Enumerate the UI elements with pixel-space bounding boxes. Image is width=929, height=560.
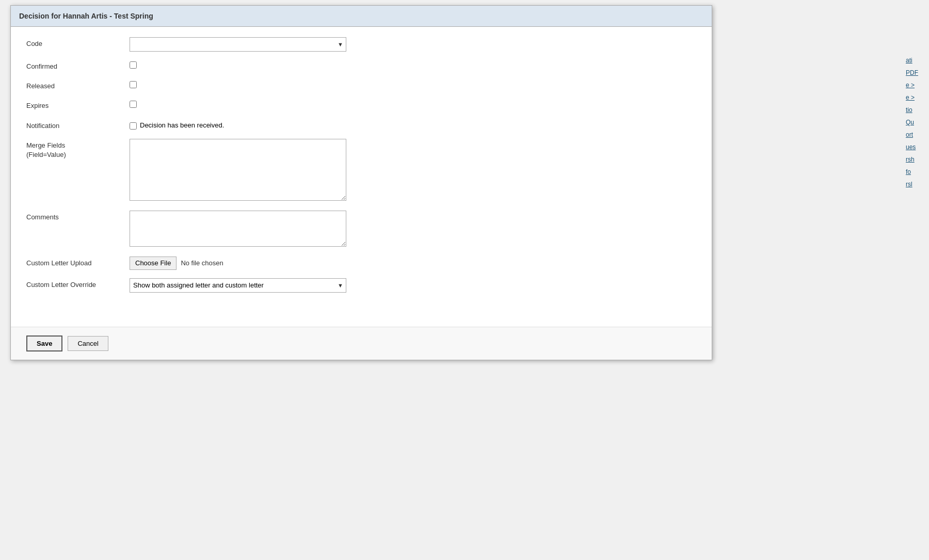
spacer (26, 301, 696, 316)
notification-checkbox[interactable] (130, 122, 137, 130)
right-link-1[interactable]: ati (906, 57, 926, 64)
save-button[interactable]: Save (26, 335, 62, 351)
modal-footer: Save Cancel (11, 327, 712, 360)
notification-row: Notification Decision has been received. (26, 119, 696, 131)
expires-row: Expires (26, 99, 696, 110)
code-select-wrapper: Option 1 Option 2 ▼ (130, 37, 346, 52)
released-label: Released (26, 79, 130, 91)
code-row: Code Option 1 Option 2 ▼ (26, 37, 696, 52)
custom-letter-upload-label: Custom Letter Upload (26, 257, 130, 268)
comments-control (130, 211, 696, 248)
right-link-9[interactable]: rsh (906, 156, 926, 163)
comments-row: Comments (26, 211, 696, 248)
notification-control: Decision has been received. (130, 119, 696, 130)
released-row: Released (26, 79, 696, 91)
confirmed-label: Confirmed (26, 60, 130, 71)
modal-header: Decision for Hannah Artis - Test Spring (11, 6, 712, 27)
expires-label: Expires (26, 99, 130, 110)
merge-fields-label: Merge Fields (Field=Value) (26, 139, 130, 159)
expires-control (130, 99, 696, 109)
cancel-button[interactable]: Cancel (68, 336, 108, 351)
confirmed-checkbox[interactable] (130, 61, 137, 69)
file-upload-wrapper: Choose File No file chosen (130, 257, 696, 270)
code-control: Option 1 Option 2 ▼ (130, 37, 696, 52)
right-link-11[interactable]: rsl (906, 181, 926, 188)
custom-letter-override-control: Show both assigned letter and custom let… (130, 278, 696, 293)
right-link-4[interactable]: e > (906, 94, 926, 101)
right-link-8[interactable]: ues (906, 143, 926, 151)
custom-letter-override-select[interactable]: Show both assigned letter and custom let… (130, 278, 346, 293)
merge-fields-textarea[interactable] (130, 139, 346, 201)
override-select-wrapper: Show both assigned letter and custom let… (130, 278, 346, 293)
merge-fields-line2: (Field=Value) (26, 151, 66, 158)
confirmed-control (130, 60, 696, 70)
modal-body: Code Option 1 Option 2 ▼ Confirmed (11, 27, 712, 327)
custom-letter-override-row: Custom Letter Override Show both assigne… (26, 278, 696, 293)
notification-text: Decision has been received. (140, 121, 224, 129)
comments-label: Comments (26, 211, 130, 222)
notification-wrapper: Decision has been received. (130, 119, 696, 130)
merge-fields-control (130, 139, 696, 202)
merge-fields-row: Merge Fields (Field=Value) (26, 139, 696, 202)
comments-textarea[interactable] (130, 211, 346, 247)
right-link-5[interactable]: tio (906, 106, 926, 114)
right-sidebar: ati PDF e > e > tio Qu ort ues rsh fo rs… (903, 52, 929, 193)
released-checkbox[interactable] (130, 81, 137, 88)
custom-letter-upload-control: Choose File No file chosen (130, 257, 696, 270)
no-file-text: No file chosen (181, 259, 223, 267)
right-link-6[interactable]: Qu (906, 119, 926, 126)
released-control (130, 79, 696, 90)
right-link-3[interactable]: e > (906, 82, 926, 89)
expires-checkbox[interactable] (130, 101, 137, 108)
modal-title: Decision for Hannah Artis - Test Spring (19, 12, 153, 20)
right-link-2[interactable]: PDF (906, 69, 926, 76)
custom-letter-override-label: Custom Letter Override (26, 278, 130, 290)
confirmed-row: Confirmed (26, 60, 696, 71)
choose-file-button[interactable]: Choose File (130, 257, 177, 270)
custom-letter-upload-row: Custom Letter Upload Choose File No file… (26, 257, 696, 270)
code-label: Code (26, 37, 130, 49)
right-link-7[interactable]: ort (906, 131, 926, 138)
notification-label: Notification (26, 119, 130, 131)
right-link-10[interactable]: fo (906, 168, 926, 175)
code-select[interactable]: Option 1 Option 2 (130, 37, 346, 52)
merge-fields-line1: Merge Fields (26, 141, 65, 149)
decision-modal: Decision for Hannah Artis - Test Spring … (10, 5, 712, 360)
